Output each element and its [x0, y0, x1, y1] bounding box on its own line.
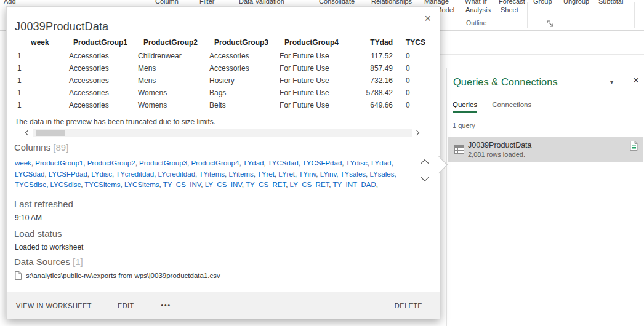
- column-name-link[interactable]: TYinv: [299, 170, 316, 178]
- more-options-button[interactable]: •••: [161, 302, 172, 309]
- column-name-link[interactable]: LYCSitems: [124, 181, 159, 188]
- preview-column-header: TYdad: [347, 35, 396, 50]
- column-name-link[interactable]: TYCSFPdad: [302, 159, 342, 167]
- columns-scroll-up-button[interactable]: [422, 161, 428, 167]
- preview-cell: Mens: [135, 74, 206, 87]
- column-name-link[interactable]: TYdisc: [345, 159, 367, 167]
- scrollbar-track[interactable]: [33, 129, 412, 137]
- preview-body: 1AccessoriesChildrenwearAccessoriesFor F…: [14, 50, 441, 111]
- column-name-link[interactable]: week: [15, 159, 31, 167]
- preview-cell: 1: [14, 62, 66, 74]
- scroll-left-button[interactable]: [23, 131, 33, 135]
- ribbon-button-label[interactable]: Subtotal: [598, 0, 623, 5]
- data-sources-heading-text: Data Sources: [14, 256, 70, 267]
- preview-cell: 0: [396, 50, 441, 62]
- ribbon-button-label[interactable]: Filter: [199, 0, 214, 5]
- dialog-launcher-icon[interactable]: [547, 20, 554, 28]
- preview-cell: Accessories: [66, 62, 135, 74]
- ribbon-button-label[interactable]: What-If: [465, 0, 486, 5]
- column-name-link[interactable]: TYcreditdad: [116, 170, 154, 178]
- column-name-link[interactable]: LYCSdad: [15, 170, 44, 178]
- delete-button[interactable]: DELETE: [395, 302, 422, 309]
- preview-cell: 649.66: [347, 99, 396, 111]
- preview-cell: Mens: [135, 62, 206, 74]
- chevron-down-icon: [421, 173, 429, 181]
- column-name-link[interactable]: TY_CS_INV: [163, 181, 201, 188]
- pane-dropdown-icon[interactable]: ▾: [610, 79, 613, 85]
- ribbon-group-divider: [461, 2, 461, 28]
- ribbon-button-label[interactable]: Column: [155, 0, 179, 5]
- column-name-link[interactable]: LY_CS_RET: [290, 181, 329, 188]
- tab-queries[interactable]: Queries: [453, 101, 477, 113]
- ribbon-button-label[interactable]: Add: [4, 0, 16, 5]
- query-list-item[interactable]: J0039ProductData 2,081 rows loaded.: [448, 137, 643, 162]
- ribbon-row1: AddColumnFilterData ValidationConsolidat…: [0, 0, 644, 6]
- preview-cell: For Future Use: [276, 99, 347, 111]
- ribbon-button-label[interactable]: Group: [533, 0, 552, 5]
- column-name-link[interactable]: ProductGroup3: [139, 159, 187, 167]
- preview-row: 1AccessoriesMensAccessoriesFor Future Us…: [14, 62, 441, 74]
- ribbon-button-label[interactable]: Analysis: [465, 6, 491, 14]
- columns-heading-text: Columns: [14, 142, 50, 153]
- column-name-link[interactable]: TYret: [257, 170, 275, 178]
- column-name-link[interactable]: LYret: [278, 170, 295, 178]
- ribbon-group-label-outline: Outline: [466, 19, 486, 26]
- view-in-worksheet-button[interactable]: VIEW IN WORKSHEET: [16, 302, 92, 309]
- column-name-link[interactable]: TYdad: [243, 159, 264, 167]
- ribbon-button-label[interactable]: Ungroup: [563, 0, 589, 5]
- column-name-link[interactable]: TYsales: [340, 170, 366, 178]
- columns-scroll-down-button[interactable]: [422, 174, 428, 180]
- column-name-link[interactable]: LYinv: [320, 170, 337, 178]
- ribbon-button-label[interactable]: Relationships: [371, 0, 412, 5]
- peek-footer: VIEW IN WORKSHEET EDIT ••• DELETE: [7, 292, 440, 319]
- preview-row: 1AccessoriesMensHosieryFor Future Use732…: [14, 74, 441, 87]
- column-name-link[interactable]: TY_CS_RET: [246, 181, 286, 188]
- column-name-link[interactable]: LYsales: [369, 170, 394, 178]
- scroll-right-button[interactable]: [412, 131, 422, 135]
- column-name-link[interactable]: TYCSdad: [268, 159, 299, 167]
- column-name-link[interactable]: ProductGroup2: [87, 159, 135, 167]
- ribbon-button-label[interactable]: Forecast: [499, 0, 525, 5]
- preview-cell: 117.52: [347, 50, 396, 62]
- column-name-link[interactable]: TYCSdisc: [15, 181, 46, 188]
- scrollbar-thumb[interactable]: [36, 130, 65, 136]
- tab-connections[interactable]: Connections: [492, 101, 531, 113]
- peek-close-icon[interactable]: ×: [424, 13, 431, 24]
- preview-cell: 0: [396, 87, 441, 99]
- preview-cell: 1: [14, 50, 66, 62]
- data-sources-heading: Data Sources [1]: [14, 256, 83, 267]
- column-name-link[interactable]: LYdad: [371, 159, 391, 167]
- preview-cell: Belts: [206, 99, 276, 111]
- column-name-link[interactable]: TYitems: [199, 170, 225, 178]
- column-name-link[interactable]: TY_INT_DAD: [333, 181, 376, 188]
- ribbon-button-label[interactable]: Sheet: [501, 6, 518, 14]
- preview-row: 1AccessoriesChildrenwearAccessoriesFor F…: [14, 50, 441, 62]
- edit-button[interactable]: EDIT: [118, 302, 134, 309]
- preview-cell: For Future Use: [276, 50, 347, 62]
- column-name-link[interactable]: TYCSitems: [84, 181, 120, 188]
- preview-cell: 1: [14, 87, 66, 99]
- ribbon-button-label[interactable]: Consolidate: [319, 0, 355, 5]
- column-name-link[interactable]: ProductGroup1: [35, 159, 83, 167]
- column-name-link[interactable]: LYcreditdad: [158, 170, 196, 178]
- preview-cell: Accessories: [66, 50, 135, 62]
- column-name-link[interactable]: LYitems: [228, 170, 253, 178]
- loaded-sheet-icon[interactable]: [630, 141, 638, 151]
- column-name-link[interactable]: LY_CS_INV: [205, 181, 242, 188]
- column-name-link[interactable]: ProductGroup4: [191, 159, 239, 167]
- preview-cell: Accessories: [206, 50, 276, 62]
- chevron-left-icon: [25, 130, 30, 135]
- column-name-link[interactable]: LYCSFPdad: [49, 170, 87, 178]
- ribbon-button-label[interactable]: Manage: [424, 0, 449, 5]
- pane-close-icon[interactable]: ×: [633, 75, 639, 85]
- ribbon-button-label[interactable]: Data Validation: [239, 0, 284, 5]
- column-name-link[interactable]: LYdisc: [91, 170, 112, 178]
- preview-cell: For Future Use: [276, 87, 347, 99]
- preview-column-header: ProductGroup1: [66, 35, 135, 50]
- ribbon-group-divider: [527, 2, 528, 28]
- preview-hscrollbar[interactable]: [23, 129, 422, 137]
- preview-column-header: ProductGroup2: [135, 35, 206, 50]
- preview-cell: 0: [396, 99, 441, 111]
- data-sources-count: [1]: [73, 256, 83, 267]
- column-name-link[interactable]: LYCSdisc: [50, 181, 81, 188]
